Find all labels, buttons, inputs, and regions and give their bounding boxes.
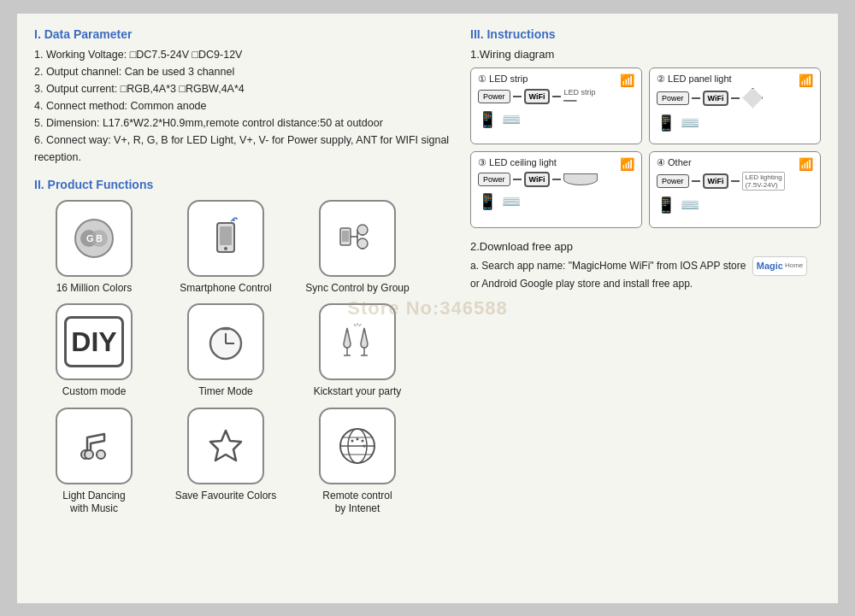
remote-label: Remote control by Intenet — [322, 490, 392, 516]
svg-point-38 — [351, 439, 354, 442]
party-label: Kickstart your party — [314, 385, 402, 399]
globe-icon — [333, 422, 381, 470]
param-3: 3. Output current: □RGB,4A*3 □RGBW,4A*4 — [34, 80, 453, 97]
icon-item-fav: Save Favourite Colors — [166, 408, 286, 516]
sync-icon-box — [319, 200, 396, 277]
svg-point-30 — [85, 450, 93, 459]
svg-marker-32 — [210, 431, 241, 461]
download-subtitle: 2.Download free app — [470, 240, 821, 253]
diy-label: Custom mode — [62, 385, 127, 399]
star-icon — [202, 422, 250, 470]
icon-item-remote: Remote control by Intenet — [298, 408, 417, 516]
timer-label: Timer Mode — [198, 385, 253, 399]
param-1: 1. Working Voltage: □DC7.5-24V □DC9-12V — [34, 46, 453, 63]
timer-icon — [202, 318, 250, 366]
main-page: Store No:346588 I. Data Parameter 1. Wor… — [17, 14, 838, 603]
param-5: 5. Dimension: L17.6*W2.2*H0.9mm,remote c… — [34, 114, 453, 132]
fav-label: Save Favourite Colors — [175, 490, 277, 503]
music-icon — [70, 422, 118, 470]
ceiling-shape — [563, 173, 598, 185]
param-4: 4. Connect method: Common anode — [34, 97, 453, 114]
smartphone-label: Smartphone Control — [180, 282, 271, 296]
svg-line-28 — [359, 324, 361, 326]
wiring-box-2-title: ② LED panel light — [657, 73, 813, 85]
svg-line-26 — [354, 324, 356, 326]
param-6: 6. Connect way: V+, R, G, B for LED Ligh… — [34, 132, 453, 166]
param-2: 2. Output channel: Can be used 3 channel — [34, 63, 453, 80]
icon-item-party: Kickstart your party — [298, 303, 417, 399]
section2-title: II. Product Functions — [34, 178, 453, 191]
wiring-box-2: ② LED panel light Power WiFi 📶 📱 ⌨️ — [649, 67, 821, 144]
icon-item-diy: DIY Custom mode — [34, 303, 154, 399]
product-functions-section: II. Product Functions G B 16 Million Col… — [34, 178, 453, 516]
wifi-box-3: WiFi — [524, 172, 551, 187]
smartphone-icon-box — [187, 200, 264, 277]
right-column: III. Instructions 1.Wiring diagram ① LED… — [470, 27, 821, 590]
smartphone-icon — [202, 214, 250, 262]
svg-point-31 — [97, 450, 105, 459]
svg-point-41 — [363, 444, 366, 447]
colors-label: 16 Million Colors — [56, 282, 133, 296]
remote-icon-box — [319, 408, 396, 484]
svg-text:B: B — [96, 233, 103, 243]
svg-point-7 — [224, 247, 227, 250]
wifi-box-4: WiFi — [703, 173, 729, 189]
download-text-b: or Android Google play store and install… — [470, 276, 821, 292]
music-icon-box — [56, 408, 133, 484]
svg-text:G: G — [86, 233, 94, 243]
wifi-box-2: WiFi — [703, 91, 729, 106]
colors-icon-box: G B — [56, 200, 133, 277]
section1-title: I. Data Parameter — [34, 27, 453, 41]
instructions-title: III. Instructions — [470, 27, 821, 41]
download-section: 2.Download free app a. Search app name: … — [470, 240, 821, 293]
wiring-box-4: ④ Other Power WiFi LED lighting(7.5V-24V… — [649, 151, 821, 228]
svg-point-15 — [357, 238, 368, 249]
power-box-3: Power — [478, 173, 510, 186]
icon-grid: G B 16 Million Colors — [34, 200, 453, 516]
fav-icon-box — [187, 408, 264, 484]
svg-point-13 — [357, 225, 368, 235]
wiring-box-4-title: ④ Other — [657, 157, 813, 168]
icon-item-sync: Sync Control by Group — [298, 200, 417, 296]
wiring-subtitle: 1.Wiring diagram — [470, 48, 821, 61]
wiring-box-1: ① LED strip Power WiFi LED strip━━━ 📶 📱 … — [470, 67, 642, 144]
icon-item-colors: G B 16 Million Colors — [34, 200, 154, 296]
party-icon — [333, 318, 381, 366]
download-text-a: a. Search app name: "MagicHome WiFi" fro… — [470, 256, 821, 277]
icon-item-smartphone: Smartphone Control — [166, 200, 286, 296]
magic-logo: Magic Home — [752, 256, 808, 277]
sync-label: Sync Control by Group — [305, 282, 409, 296]
power-box-2: Power — [657, 91, 689, 105]
wiring-box-1-title: ① LED strip — [478, 73, 634, 85]
wiring-grid: ① LED strip Power WiFi LED strip━━━ 📶 📱 … — [470, 67, 821, 228]
party-icon-box — [319, 303, 396, 380]
svg-point-39 — [357, 437, 359, 440]
diy-text: DIY — [64, 316, 124, 367]
svg-point-40 — [362, 439, 364, 442]
svg-rect-6 — [220, 226, 232, 245]
icon-item-timer: Timer Mode — [166, 303, 286, 399]
diy-icon-box: DIY — [56, 303, 133, 380]
power-box-1: Power — [478, 90, 510, 103]
wiring-box-3-title: ③ LED ceiling light — [478, 157, 634, 168]
timer-icon-box — [187, 303, 264, 380]
icon-item-music: Light Dancing with Music — [34, 408, 154, 516]
wifi-box-1: WiFi — [524, 89, 551, 104]
wiring-box-3: ③ LED ceiling light Power WiFi 📶 📱 ⌨️ — [470, 151, 642, 228]
panel-shape — [742, 88, 763, 109]
power-box-4: Power — [657, 174, 689, 188]
data-parameter-section: I. Data Parameter 1. Working Voltage: □D… — [34, 27, 453, 166]
sync-icon — [333, 214, 381, 262]
left-column: I. Data Parameter 1. Working Voltage: □D… — [34, 27, 453, 590]
colors-icon: G B — [70, 214, 118, 262]
svg-rect-9 — [342, 231, 349, 242]
music-label: Light Dancing with Music — [62, 490, 125, 516]
